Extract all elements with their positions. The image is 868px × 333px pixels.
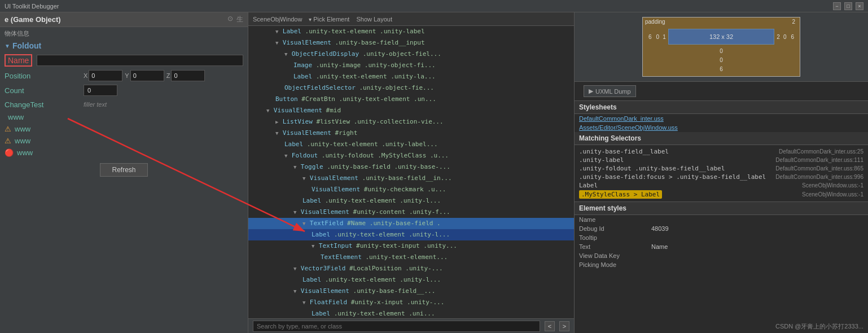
style-key-text: Text	[579, 243, 647, 250]
close-button[interactable]: ×	[856, 2, 863, 10]
subtab-layout[interactable]: Show Layout	[356, 16, 392, 23]
selector-name-5: Label	[579, 182, 598, 189]
www-row-2: ⚠ www	[0, 123, 248, 135]
style-key-name: Name	[579, 216, 647, 223]
position-field-label: Position	[5, 72, 84, 80]
left-panel: e (Game Object) ⊙ 生 物体信息 ▼ Foldout Name …	[0, 12, 248, 333]
minimize-button[interactable]: −	[833, 2, 841, 10]
uxml-label: UXML Dump	[595, 88, 631, 95]
selector-file-4: DefaultCommonDark_inter.uss:996	[775, 174, 863, 180]
tree-item[interactable]: TextElement .unity-text-element...	[248, 252, 574, 263]
right-panel-scroll[interactable]: Stylesheets DefaultCommonDark_inter.uss …	[575, 101, 868, 333]
tree-item[interactable]: ▼ ObjectFieldDisplay .unity-object-fiel.…	[248, 49, 574, 60]
stylesheet-item-1[interactable]: DefaultCommonDark_inter.uss	[575, 114, 868, 123]
pos-z-label: Z	[166, 72, 170, 79]
subtab-sceneobj[interactable]: SceneObjWindow	[253, 16, 302, 23]
refresh-button[interactable]: Refresh	[100, 163, 147, 177]
header-icon-char: 生	[236, 15, 243, 24]
matching-selectors-header: Matching Selectors	[575, 132, 868, 145]
selector-file-3: DefaultCommonDark_inter.uss:865	[775, 165, 863, 172]
left-panel-header: e (Game Object) ⊙ 生	[0, 12, 248, 27]
box-left-zero: 0	[655, 34, 661, 40]
box-bottom-six: 6	[720, 66, 723, 72]
tree-item[interactable]: ▼ FloatField #unity-x-input .unity-...	[248, 297, 574, 308]
tree-item[interactable]: Label .unity-text-element .unity-la...	[248, 71, 574, 82]
name-field-input[interactable]	[37, 55, 243, 66]
tree-search-input[interactable]	[253, 321, 540, 332]
tree-item[interactable]: ObjectFieldSelector .unity-object-fie...	[248, 82, 574, 94]
tree-item[interactable]: Image .unity-image .unity-object-fi...	[248, 60, 574, 71]
pos-y-input[interactable]	[130, 70, 164, 81]
stylesheet-item-2[interactable]: Assets/Editor/SceneObjWindow.uss	[575, 123, 868, 132]
tree-item[interactable]: ▼ VisualElement .unity-base-field__...	[248, 286, 574, 297]
selector-file-5: SceneObjWindow.uss:-1	[802, 182, 863, 189]
foldout-row[interactable]: ▼ Foldout	[0, 39, 248, 52]
window-controls: − □ ×	[833, 2, 863, 10]
box-model-area: padding 2 6 0 1 132 x 32 2 0	[575, 12, 868, 82]
tree-item[interactable]: Label .unity-text-element .unity-label..…	[248, 139, 574, 150]
pos-z-wrap: Z	[166, 70, 205, 81]
style-key-debugid: Debug Id	[579, 225, 647, 232]
main-layout: e (Game Object) ⊙ 生 物体信息 ▼ Foldout Name …	[0, 12, 868, 333]
center-panel: SceneObjWindow Pick Element Show Layout …	[248, 12, 575, 333]
selector-name-2: .unity-label	[579, 156, 624, 164]
style-key-pickingmode: Picking Mode	[579, 261, 647, 268]
www-label-4: www	[17, 148, 33, 157]
center-subtabs: SceneObjWindow Pick Element Show Layout	[248, 12, 574, 26]
tree-item[interactable]: Label .unity-text-element .unity-l...	[248, 229, 574, 240]
watermark: CSDN @牙膏上的小苏打2333...	[775, 322, 863, 331]
subtab-pick[interactable]: Pick Element	[309, 16, 349, 23]
game-object-title: e (Game Object)	[5, 15, 61, 24]
window-title: UI Toolkit Debugger	[5, 3, 59, 10]
element-tree[interactable]: ▼ Label .unity-text-element .unity-label…	[248, 26, 574, 318]
nav-prev-button[interactable]: <	[545, 321, 555, 331]
matching-selectors-list: .unity-base-field__label DefaultCommonDa…	[575, 145, 868, 201]
www-row-1: www	[0, 111, 248, 123]
style-row-name: Name	[575, 215, 868, 224]
tree-item[interactable]: ▼ Toggle .unity-base-field .unity-base-.…	[248, 161, 574, 173]
selector-file-1: DefaultCommonDark_inter.uss:25	[779, 148, 863, 155]
tree-item[interactable]: ▼ Label .unity-text-element .unity-label	[248, 26, 574, 37]
maximize-button[interactable]: □	[844, 2, 852, 10]
tree-item[interactable]: Label .unity-text-element .unity-l...	[248, 274, 574, 286]
selector-row-5: Label SceneObjWindow.uss:-1	[579, 181, 863, 190]
nav-next-button[interactable]: >	[559, 321, 569, 331]
tree-item[interactable]: ▼ VisualElement #mid	[248, 105, 574, 116]
tree-item[interactable]: ▼ VisualElement .unity-base-field__input	[248, 37, 574, 49]
tree-item[interactable]: VisualElement #unity-checkmark .u...	[248, 184, 574, 195]
selector-name-4: .unity-base-field:focus > .unity-base-fi…	[579, 173, 766, 181]
pos-x-wrap: X	[84, 70, 122, 81]
header-icon-circle: ⊙	[227, 15, 233, 24]
tree-item[interactable]: ▼ TextField #Name .unity-base-field .	[248, 218, 574, 229]
tree-item[interactable]: ▼ TextInput #unity-text-input .unity...	[248, 240, 574, 252]
selector-name-highlighted: .MyStyleClass > Label	[579, 190, 662, 199]
www-label-1: www	[8, 113, 24, 121]
tree-item[interactable]: ▼ Vector3Field #LocalPosition .unity-...	[248, 263, 574, 274]
name-field-label: Name	[5, 54, 32, 67]
pos-x-input[interactable]	[89, 70, 122, 81]
selector-row-6[interactable]: .MyStyleClass > Label SceneObjWindow.uss…	[579, 190, 863, 199]
www-row-4: 🔴 www	[0, 147, 248, 159]
count-field-input[interactable]	[84, 85, 117, 96]
position-inputs: X Y Z	[84, 70, 243, 81]
tree-item[interactable]: ▼ VisualElement #unity-content .unity-f.…	[248, 207, 574, 218]
tree-item[interactable]: ▼ Foldout .unity-foldout .MyStyleClass .…	[248, 150, 574, 161]
count-field-label: Count	[5, 86, 84, 95]
tree-item[interactable]: ▼ VisualElement .unity-base-field__in...	[248, 173, 574, 184]
tree-item[interactable]: Button #CreatBtn .unity-text-element .un…	[248, 94, 574, 105]
tree-item[interactable]: ▶ ListView #listView .unity-collection-v…	[248, 116, 574, 128]
tree-item[interactable]: Label .unity-text-element .uni...	[248, 308, 574, 318]
selector-file-6: SceneObjWindow.uss:-1	[802, 191, 863, 198]
box-bottom-zero1: 0	[720, 48, 723, 54]
tree-item[interactable]: Label .unity-text-element .unity-l...	[248, 195, 574, 207]
tree-item[interactable]: ▼ VisualElement #right	[248, 128, 574, 139]
changetest-field-row: ChangeTest filler text	[0, 98, 248, 111]
uxml-dump-button[interactable]: ▶ UXML Dump	[584, 85, 636, 97]
www-row-3: ⚠ www	[0, 135, 248, 147]
right-panel: padding 2 6 0 1 132 x 32 2 0	[575, 12, 868, 333]
title-bar: UI Toolkit Debugger − □ ×	[0, 0, 868, 12]
pos-z-input[interactable]	[171, 70, 205, 81]
style-row-pickingmode: Picking Mode	[575, 260, 868, 269]
box-left-one: 1	[661, 34, 667, 40]
pos-x-label: X	[84, 72, 87, 79]
